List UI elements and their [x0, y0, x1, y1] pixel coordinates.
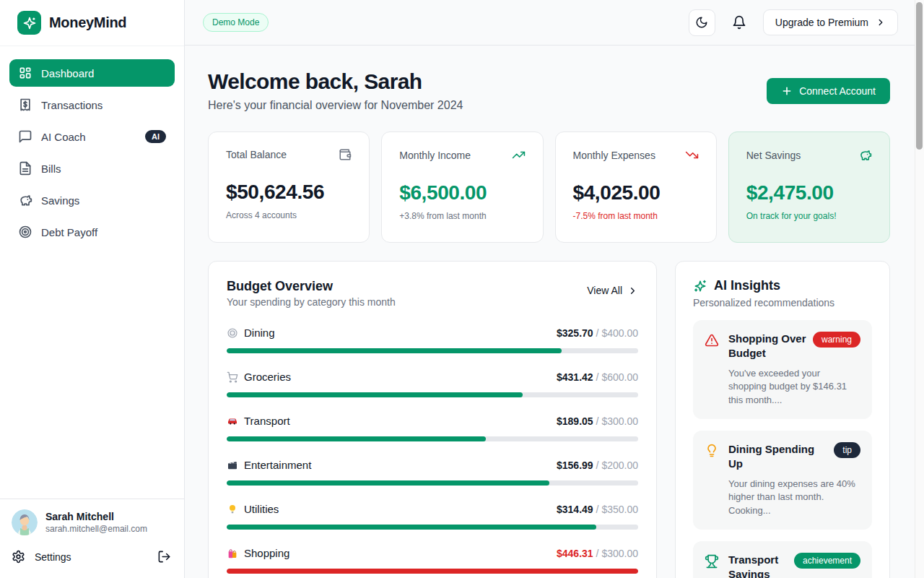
shopping-bags-icon [227, 548, 238, 559]
sidebar-item-label: Savings [41, 194, 166, 207]
budget-progress-fill [227, 436, 486, 441]
budget-progress-fill [227, 392, 523, 397]
main-content: Welcome back, Sarah Here's your financia… [185, 46, 924, 578]
settings-label[interactable]: Settings [35, 551, 148, 563]
budget-row-groceries: Groceries $431.42/ $600.00 [227, 371, 638, 397]
budget-category-label: Groceries [244, 371, 291, 383]
target-icon [18, 225, 32, 239]
bell-icon[interactable] [732, 15, 746, 30]
upgrade-label: Upgrade to Premium [775, 17, 868, 28]
budget-spent: $446.31 [557, 548, 593, 559]
page-scrollbar-thumb[interactable] [916, 2, 923, 150]
sidebar-item-label: Dashboard [41, 67, 166, 79]
dark-mode-toggle[interactable] [689, 9, 715, 36]
page-subtitle: Here's your financial overview for Novem… [208, 99, 463, 112]
sidebar-nav: Dashboard Transactions AI Coach AI Bills… [0, 46, 184, 250]
user-profile[interactable]: Sarah Mitchell sarah.mitchell@email.com [0, 499, 184, 538]
insight-title: Transport Savings [728, 553, 788, 578]
sidebar-item-transactions[interactable]: Transactions [9, 91, 175, 118]
budget-progress-fill [227, 348, 562, 353]
stat-card-monthly-expenses: Monthly Expenses $4,025.00 -7.5% from la… [555, 131, 717, 243]
budget-cap: / $300.00 [596, 415, 638, 427]
chevron-right-icon [627, 285, 638, 296]
stat-card-monthly-income: Monthly Income $6,500.00 +3.8% from last… [381, 131, 543, 243]
insight-description: You've exceeded your shopping budget by … [728, 367, 860, 408]
warning-triangle-icon [705, 332, 719, 407]
budget-category-label: Dining [244, 327, 275, 339]
budget-progress-track [227, 348, 638, 353]
budget-overview-panel: Budget Overview Your spending by categor… [208, 261, 657, 578]
budget-row-shopping: Shopping $446.31/ $300.00 [227, 547, 638, 574]
insights-title: AI Insights [714, 278, 780, 293]
wallet-icon [339, 148, 352, 161]
sidebar-item-debt-payoff[interactable]: Debt Payoff [9, 218, 175, 246]
stat-label: Total Balance [226, 149, 287, 160]
logout-icon[interactable] [157, 550, 171, 564]
sidebar-item-label: Debt Payoff [41, 226, 166, 238]
budget-row-utilities: Utilities $314.49/ $350.00 [227, 503, 638, 530]
gear-icon[interactable] [12, 550, 25, 564]
stat-sub: Across 4 accounts [226, 210, 352, 220]
budget-category-label: Shopping [244, 547, 289, 559]
budget-spent: $325.70 [557, 327, 593, 339]
budget-cap: / $600.00 [596, 371, 638, 383]
budget-category-label: Entertainment [244, 459, 311, 471]
piggy-bank-icon [858, 148, 872, 162]
budget-cap: / $200.00 [596, 460, 638, 471]
trending-down-icon [685, 148, 699, 162]
dining-icon [227, 327, 238, 339]
insight-card-transport-savings[interactable]: Transport Savings achievement Great job!… [693, 541, 872, 578]
budget-row-entertainment: Entertainment $156.99/ $200.00 [227, 459, 638, 486]
stat-sub: -7.5% from last month [573, 211, 699, 221]
budget-progress-track [227, 436, 638, 441]
stat-cards: Total Balance $50,624.56 Across 4 accoun… [208, 131, 890, 243]
lightbulb-icon [705, 442, 719, 518]
demo-mode-badge: Demo Mode [203, 13, 269, 32]
connect-account-label: Connect Account [799, 85, 876, 97]
chevron-right-icon [876, 17, 886, 27]
view-all-link[interactable]: View All [587, 285, 638, 296]
stat-label: Monthly Expenses [573, 150, 655, 161]
budget-spent: $314.49 [557, 504, 593, 515]
topbar: Demo Mode Upgrade to Premium [185, 0, 924, 46]
sidebar-item-savings[interactable]: Savings [9, 186, 175, 214]
upgrade-premium-button[interactable]: Upgrade to Premium [763, 9, 898, 35]
budget-subtitle: Your spending by category this month [227, 296, 396, 308]
dashboard-grid-icon [18, 66, 32, 80]
insight-badge: warning [813, 332, 860, 348]
insight-badge: tip [834, 442, 860, 458]
budget-progress-track [227, 525, 638, 530]
insight-card-shopping-over-budget[interactable]: Shopping Over Budget warning You've exce… [693, 320, 872, 419]
page-scrollbar-track[interactable] [915, 0, 924, 578]
sidebar-item-ai-coach[interactable]: AI Coach AI [9, 123, 175, 150]
moon-icon [695, 16, 708, 29]
stat-value: $4,025.00 [573, 181, 699, 204]
document-icon [18, 161, 32, 176]
avatar [12, 509, 38, 535]
sidebar-item-dashboard[interactable]: Dashboard [9, 59, 175, 87]
user-email: sarah.mitchell@email.com [45, 524, 147, 534]
sidebar-item-bills[interactable]: Bills [9, 155, 175, 182]
trending-up-icon [512, 148, 526, 162]
chat-bubble-icon [18, 129, 32, 144]
utilities-bulb-icon [227, 504, 238, 515]
budget-spent: $431.42 [557, 371, 593, 383]
transport-car-icon [227, 415, 238, 427]
page-title: Welcome back, Sarah [208, 69, 463, 94]
connect-account-button[interactable]: Connect Account [767, 78, 890, 104]
stat-label: Net Savings [746, 150, 801, 161]
budget-progress-track [227, 569, 638, 574]
budget-cap: / $400.00 [596, 327, 638, 339]
plus-icon [781, 85, 793, 97]
insight-title: Shopping Over Budget [728, 332, 807, 361]
settings-row: Settings [0, 538, 184, 578]
insight-card-dining-spending-up[interactable]: Dining Spending Up tip Your dining expen… [693, 431, 872, 530]
sidebar: MoneyMind Dashboard Transactions AI Coac… [0, 0, 185, 578]
budget-spent: $189.05 [557, 415, 593, 427]
sidebar-item-label: Bills [41, 163, 166, 175]
insight-badge: achievement [794, 553, 860, 569]
budget-cap: / $300.00 [596, 548, 638, 559]
budget-spent: $156.99 [557, 460, 593, 471]
brand: MoneyMind [0, 0, 184, 46]
ai-badge: AI [145, 130, 166, 143]
